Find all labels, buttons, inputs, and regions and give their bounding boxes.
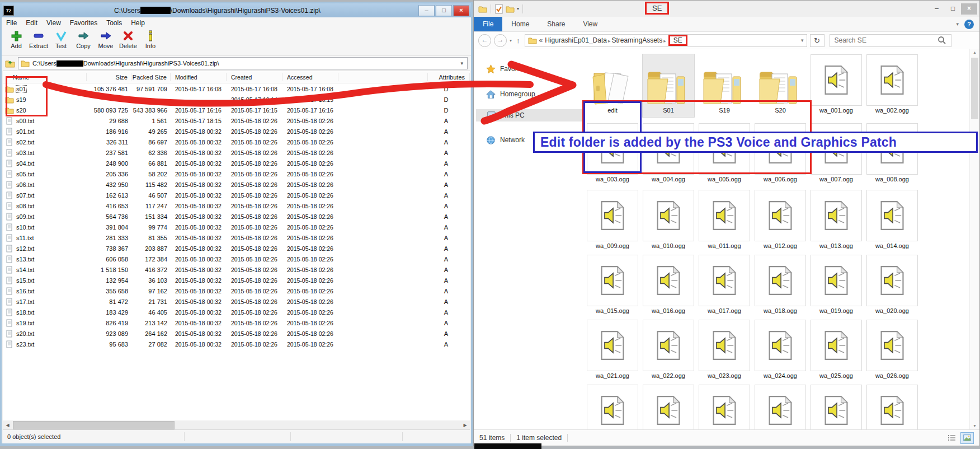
toolbar-button-add[interactable]: Add bbox=[5, 30, 27, 49]
scrollbar-thumb[interactable] bbox=[971, 58, 978, 119]
menu-item-view[interactable]: View bbox=[42, 17, 65, 29]
file-item[interactable]: wa_013.ogg bbox=[811, 190, 862, 252]
breadcrumb-collapsed-icon[interactable]: « bbox=[539, 36, 543, 44]
table-row[interactable]: s20.txt923 089264 1622015-05-18 00:32201… bbox=[3, 328, 470, 339]
details-view-icon[interactable] bbox=[945, 432, 959, 444]
table-row[interactable]: s19.txt826 419213 1422015-05-18 00:32201… bbox=[3, 317, 470, 328]
sidebar-item-network[interactable]: Network bbox=[486, 134, 525, 146]
file-item[interactable] bbox=[755, 385, 806, 429]
file-item[interactable]: wa_010.ogg bbox=[643, 190, 694, 252]
search-box[interactable] bbox=[830, 34, 951, 47]
file-item[interactable]: wa_001.ogg bbox=[811, 54, 862, 117]
maximize-button[interactable]: □ bbox=[945, 3, 961, 15]
help-icon[interactable]: ? bbox=[964, 20, 974, 29]
file-item[interactable]: wa_014.ogg bbox=[866, 190, 918, 252]
tab-view[interactable]: View bbox=[574, 17, 606, 31]
sidebar-item-this-pc[interactable]: This PC bbox=[476, 109, 585, 121]
address-dropdown-icon[interactable]: ▾ bbox=[801, 38, 804, 43]
table-row[interactable]: s03.txt237 58162 3362015-05-18 00:322015… bbox=[3, 147, 470, 158]
scroll-down-icon[interactable]: ▾ bbox=[970, 423, 979, 428]
table-row[interactable]: s20580 093 725543 383 9662015-05-17 16:1… bbox=[3, 105, 470, 115]
table-row[interactable]: s01.txt186 91649 2652015-05-18 00:322015… bbox=[3, 126, 470, 137]
toolbar-button-extract[interactable]: Extract bbox=[27, 30, 50, 49]
file-item[interactable]: wa_025.ogg bbox=[811, 320, 862, 382]
table-row[interactable]: s04.txt248 90066 8812015-05-18 00:322015… bbox=[3, 158, 470, 169]
history-dropdown-icon[interactable]: ▾ bbox=[510, 38, 512, 43]
breadcrumb-item-streamingassets[interactable]: StreamingAssets bbox=[611, 36, 662, 44]
table-row[interactable]: s23.txt95 68327 0822015-05-18 00:322015-… bbox=[3, 339, 470, 349]
file-item[interactable]: wa_009.ogg bbox=[587, 190, 638, 252]
file-item[interactable]: wa_015.ogg bbox=[587, 255, 638, 317]
sevenzip-address-bar[interactable]: C:\UsersDownloads\Higurashi\HigurashiPS3… bbox=[18, 57, 468, 69]
menu-item-edit[interactable]: Edit bbox=[21, 17, 42, 29]
horizontal-scrollbar[interactable]: ◀ ▶ bbox=[3, 420, 470, 430]
table-row[interactable]: s12.txt738 367203 8872015-05-18 00:32201… bbox=[3, 243, 470, 254]
file-item[interactable] bbox=[587, 385, 638, 429]
table-row[interactable]: s09.txt564 736151 3342015-05-18 00:32201… bbox=[3, 211, 470, 222]
table-row[interactable]: s08.txt416 653117 2472015-05-18 00:32201… bbox=[3, 200, 470, 211]
breadcrumb-item-se[interactable]: SE bbox=[668, 35, 687, 46]
toolbar-button-move[interactable]: Move bbox=[95, 30, 117, 49]
explorer-titlebar[interactable]: ▾ SE – □ × bbox=[474, 1, 979, 17]
forward-button[interactable]: → bbox=[494, 34, 507, 47]
file-item[interactable]: wa_016.ogg bbox=[643, 255, 694, 317]
table-row[interactable]: s02.txt326 31186 6972015-05-18 00:322015… bbox=[3, 137, 470, 147]
table-row[interactable]: s17.txt81 47221 7312015-05-18 00:322015-… bbox=[3, 296, 470, 307]
sidebar-item-favorites[interactable]: Favorites bbox=[486, 63, 527, 75]
sevenzip-titlebar[interactable]: 7z C:\Users\Downloads\Higurashi\Higurash… bbox=[2, 3, 471, 17]
file-item[interactable]: wa_022.ogg bbox=[643, 320, 694, 382]
table-row[interactable]: s15.txt132 95436 1032015-05-18 00:322015… bbox=[3, 275, 470, 286]
file-item[interactable]: wa_024.ogg bbox=[755, 320, 806, 382]
tab-file[interactable]: File bbox=[474, 17, 502, 31]
menu-item-help[interactable]: Help bbox=[126, 17, 149, 29]
menu-item-file[interactable]: File bbox=[2, 17, 21, 29]
scrollbar-thumb[interactable] bbox=[13, 421, 175, 429]
sidebar-item-homegroup[interactable]: Homegroup bbox=[486, 88, 535, 100]
minimize-button[interactable]: – bbox=[929, 3, 945, 15]
close-button[interactable]: × bbox=[453, 5, 469, 16]
toolbar-button-copy[interactable]: Copy bbox=[72, 30, 95, 49]
scroll-left-icon[interactable]: ◀ bbox=[3, 423, 12, 428]
ribbon-collapse-icon[interactable]: ▾ bbox=[956, 21, 959, 27]
back-button[interactable]: ← bbox=[478, 34, 491, 47]
up-button[interactable]: ↑ bbox=[516, 36, 520, 45]
table-row[interactable]: s16.txt355 65897 1622015-05-18 00:322015… bbox=[3, 286, 470, 296]
file-item[interactable] bbox=[866, 385, 918, 429]
menu-item-tools[interactable]: Tools bbox=[102, 17, 126, 29]
file-item[interactable] bbox=[811, 385, 862, 429]
table-row[interactable]: s11.txt281 33381 3552015-05-18 00:322015… bbox=[3, 232, 470, 243]
folder-icon[interactable] bbox=[478, 5, 487, 13]
table-row[interactable]: s18.txt183 42946 4052015-05-18 00:322015… bbox=[3, 307, 470, 317]
properties-icon[interactable] bbox=[494, 4, 503, 14]
file-item[interactable]: wa_012.ogg bbox=[755, 190, 806, 252]
file-item[interactable]: wa_018.ogg bbox=[755, 255, 806, 317]
new-folder-icon[interactable] bbox=[506, 5, 515, 13]
file-item[interactable]: wa_017.ogg bbox=[699, 255, 750, 317]
close-button[interactable]: × bbox=[961, 3, 977, 15]
tab-share[interactable]: Share bbox=[538, 17, 574, 31]
menu-item-favorites[interactable]: Favorites bbox=[65, 17, 102, 29]
column-header-size[interactable]: Size bbox=[87, 73, 131, 81]
table-row[interactable]: s192015-05-17 16:142015-05-17 16:15D bbox=[3, 94, 470, 105]
table-row[interactable]: s07.txt162 61346 5072015-05-18 00:322015… bbox=[3, 190, 470, 200]
parent-folder-button[interactable] bbox=[5, 59, 15, 68]
address-dropdown-icon[interactable]: ▾ bbox=[459, 60, 465, 66]
vertical-scrollbar[interactable]: ▴ ▾ bbox=[969, 49, 979, 429]
breadcrumb[interactable]: « HigurashiEp01_Data▸StreamingAssets▸SE … bbox=[525, 34, 807, 47]
file-item[interactable]: wa_011.ogg bbox=[699, 190, 750, 252]
table-row[interactable]: s14.txt1 518 150416 3722015-05-18 00:322… bbox=[3, 264, 470, 275]
column-header-accessed[interactable]: Accessed bbox=[282, 73, 338, 81]
breadcrumb-item-higurashiep01_data[interactable]: HigurashiEp01_Data bbox=[545, 36, 607, 44]
column-header-created[interactable]: Created bbox=[227, 73, 282, 81]
file-item[interactable]: wa_020.ogg bbox=[866, 255, 918, 317]
maximize-button[interactable]: □ bbox=[436, 5, 452, 16]
file-item[interactable] bbox=[699, 385, 750, 429]
file-item[interactable]: wa_019.ogg bbox=[811, 255, 862, 317]
refresh-icon[interactable]: ↻ bbox=[810, 34, 824, 47]
list-column-headers[interactable]: NameSizePacked SizeModifiedCreatedAccess… bbox=[3, 71, 470, 83]
table-row[interactable]: s00.txt29 6881 5612015-05-17 18:152015-0… bbox=[3, 115, 470, 126]
search-icon[interactable] bbox=[937, 36, 951, 45]
file-item[interactable]: wa_023.ogg bbox=[699, 320, 750, 382]
file-item[interactable]: wa_026.ogg bbox=[866, 320, 918, 382]
search-input[interactable] bbox=[830, 36, 937, 44]
